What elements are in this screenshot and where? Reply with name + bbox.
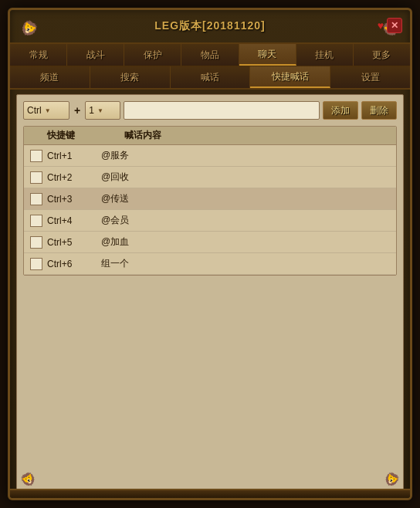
tab-protect[interactable]: 保护 [124, 44, 181, 66]
tab-shout[interactable]: 喊话 [171, 66, 251, 88]
tab-settings[interactable]: 设置 [330, 66, 410, 88]
row-key-2: Ctrl+2 [47, 172, 101, 183]
tab-row-1: 常规 战斗 保护 物品 聊天 挂机 更多 [10, 42, 410, 66]
row-checkbox-1[interactable] [30, 150, 42, 162]
row-key-6: Ctrl+6 [47, 259, 101, 269]
row-key-1: Ctrl+1 [47, 151, 101, 161]
table-row: Ctrl+5 @加血 [24, 232, 396, 253]
shout-input[interactable] [124, 101, 320, 120]
tab-chat[interactable]: 聊天 [239, 44, 296, 66]
toolbar: Ctrl ▼ + 1 ▼ 添加 删除 [23, 101, 397, 120]
add-button[interactable]: 添加 [323, 101, 358, 120]
ctrl-arrow-icon: ▼ [45, 107, 51, 114]
tab-quick-shout[interactable]: 快捷喊话 [250, 66, 330, 88]
row-value-2: @回收 [101, 171, 396, 184]
row-checkbox-5[interactable] [30, 236, 42, 249]
tab-afk[interactable]: 挂机 [296, 44, 354, 66]
table-row: Ctrl+6 组一个 [24, 253, 396, 275]
shortcut-table: 快捷键 喊话内容 Ctrl+1 @服务 Ctrl+2 @回收 Ctrl+3 @传… [23, 126, 397, 276]
col-header-key: 快捷键 [47, 129, 124, 142]
corner-ornament-bl: 🦁 [12, 462, 46, 496]
content-area: Ctrl ▼ + 1 ▼ 添加 删除 快捷键 喊话内容 Ctrl+1 [16, 94, 404, 496]
table-row: Ctrl+2 @回收 [24, 167, 396, 188]
ctrl-label: Ctrl [27, 105, 42, 116]
delete-button[interactable]: 删除 [361, 101, 397, 120]
row-checkbox-4[interactable] [30, 215, 42, 227]
row-checkbox-3[interactable] [30, 193, 42, 205]
corner-ornament-br: 🦁 [374, 462, 408, 496]
row-key-4: Ctrl+4 [47, 215, 101, 226]
window-title: LEG版本[20181120] [154, 19, 265, 33]
num-label: 1 [89, 105, 94, 116]
col-header-content: 喊话内容 [124, 129, 396, 142]
row-checkbox-6[interactable] [30, 258, 42, 270]
ctrl-select[interactable]: Ctrl ▼ [23, 101, 69, 120]
tab-search[interactable]: 搜索 [90, 66, 171, 88]
row-value-4: @会员 [101, 214, 396, 227]
tab-more[interactable]: 更多 [354, 44, 410, 66]
table-header: 快捷键 喊话内容 [24, 127, 396, 145]
num-select[interactable]: 1 ▼ [85, 101, 120, 120]
tab-row-2: 频道 搜索 喊话 快捷喊话 设置 [10, 66, 410, 90]
row-value-6: 组一个 [101, 257, 396, 270]
table-row: Ctrl+3 @传送 [24, 188, 396, 210]
tab-battle[interactable]: 战斗 [67, 44, 124, 66]
num-arrow-icon: ▼ [97, 107, 103, 114]
row-value-3: @传送 [101, 192, 396, 205]
title-bar: LEG版本[20181120] ♥ ✕ [10, 10, 410, 42]
row-value-5: @加血 [101, 235, 396, 249]
bottom-border [10, 489, 410, 498]
row-checkbox-2[interactable] [30, 171, 42, 184]
tab-general[interactable]: 常规 [10, 44, 67, 66]
plus-sign: + [73, 104, 82, 117]
heart-icon: ♥ [378, 19, 384, 32]
row-key-3: Ctrl+3 [47, 194, 101, 205]
table-row: Ctrl+4 @会员 [24, 210, 396, 232]
main-window: 🦁 🦁 LEG版本[20181120] ♥ ✕ 常规 战斗 保护 物品 聊天 挂… [8, 8, 412, 500]
tab-items[interactable]: 物品 [181, 44, 239, 66]
tab-channel[interactable]: 频道 [10, 66, 90, 88]
row-value-1: @服务 [101, 149, 396, 162]
row-key-5: Ctrl+5 [47, 237, 101, 248]
close-button[interactable]: ✕ [387, 18, 402, 33]
table-row: Ctrl+1 @服务 [24, 145, 396, 167]
